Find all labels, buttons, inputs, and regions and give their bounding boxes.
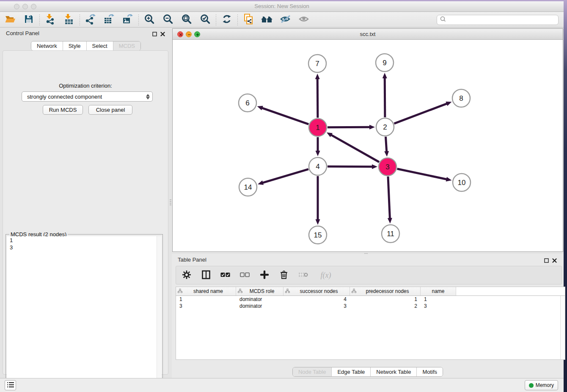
table-row[interactable]: 1dominator411 [176,296,565,303]
optimization-criterion-dropdown[interactable]: strongly connected component [22,91,153,102]
graph-edge-3-10[interactable] [397,169,447,179]
select-all-button[interactable] [219,269,232,282]
show-details-button[interactable] [297,14,311,26]
import-network-icon [45,14,56,26]
table-cell[interactable]: dominator [236,296,284,303]
table-cell[interactable]: 4 [284,296,350,303]
mcds-result-text[interactable]: 1 3 [7,236,157,392]
hide-details-icon [280,14,292,26]
tab-select[interactable]: Select [86,41,113,50]
add-row-button[interactable] [258,269,271,282]
zoom-out-button[interactable] [161,14,175,26]
graph-edge-arrowhead [316,151,320,156]
zoom-fit-icon [181,14,192,26]
table-cell[interactable]: 3 [421,303,456,309]
delete-row-button[interactable] [278,269,290,282]
toolbar-separator [138,14,139,25]
tab-network[interactable]: Network [31,41,63,50]
import-network-button[interactable] [44,14,57,26]
select-all-icon [220,271,231,279]
column-header-shared-name[interactable]: shared name [176,287,236,295]
run-mcds-button[interactable]: Run MCDS [43,105,83,115]
graph-edge-1-6[interactable] [261,108,308,124]
table-cell[interactable]: 3 [176,303,236,309]
network-window-title: scc.txt [173,31,563,37]
mcds-result-scrollbar[interactable] [157,236,162,392]
column-header-predecessor-nodes[interactable]: predecessor nodes [350,287,421,295]
graph-edge-1-2[interactable] [328,127,370,127]
tab-motifs[interactable]: Motifs [416,367,443,376]
node-table-body: 1dominator4113dominator323 [176,296,565,309]
hide-details-button[interactable] [279,14,292,26]
columns-button[interactable] [200,269,212,282]
close-panel-button[interactable]: Close panel [88,105,132,115]
graph-edge-2-3[interactable] [385,137,386,152]
graph-edge-2-9[interactable] [385,77,385,117]
export-table-icon [104,14,115,26]
refresh-icon [221,14,232,26]
column-header-successor-nodes[interactable]: successor nodes [284,287,350,295]
table-scrollbar[interactable] [560,296,565,359]
graph-edge-2-8[interactable] [394,103,448,124]
gear-icon [182,270,191,281]
close-panel-icon[interactable] [160,30,165,38]
search-input[interactable] [446,16,558,24]
graph-node-label: 4 [316,163,319,171]
refresh-button[interactable] [220,14,234,26]
first-neighbors-icon [261,14,273,26]
float-panel-icon[interactable] [544,257,549,265]
table-row[interactable]: 3dominator323 [176,303,565,309]
right-area: scc.txt 7968124314101511 Table Panel [172,28,564,378]
export-table-button[interactable] [102,14,116,26]
save-session-button[interactable] [22,14,36,26]
delete-column-button[interactable] [297,269,310,282]
panel-splitter-handle[interactable] [170,199,171,205]
table-cell[interactable]: 3 [284,303,350,309]
add-row-icon [260,271,269,280]
control-panel-tabs: NetworkStyleSelectMCDS [31,41,141,51]
table-panel: Table Panel [172,254,564,378]
zoom-selected-button[interactable] [198,14,212,26]
export-network-button[interactable] [84,14,97,26]
float-panel-icon[interactable] [152,30,157,38]
zoom-in-icon [144,14,155,26]
export-image-button[interactable] [121,14,135,26]
memory-button[interactable]: Memory [525,380,558,390]
window-title: Session: New Session [0,3,564,9]
zoom-in-button[interactable] [143,14,156,26]
graph-edge-4-14[interactable] [262,169,308,183]
network-canvas[interactable]: 7968124314101511 [173,40,563,251]
open-session-button[interactable] [3,14,17,26]
close-panel-icon[interactable] [552,257,557,265]
tab-network-table[interactable]: Network Table [370,367,416,376]
graph-edge-3-11[interactable] [388,177,390,219]
task-history-button[interactable] [5,380,16,390]
save-session-icon [24,14,34,25]
tab-node-table[interactable]: Node Table [293,367,332,376]
tab-mcds[interactable]: MCDS [113,41,140,50]
tab-style[interactable]: Style [63,41,86,50]
graph-edge-1-7[interactable] [317,78,318,118]
table-cell[interactable]: 1 [421,296,456,303]
zoom-fit-button[interactable] [180,14,193,26]
clone-network-button[interactable] [242,14,255,26]
column-header-name[interactable]: name [421,287,456,295]
graph-node-label: 6 [245,99,249,107]
function-builder-button[interactable]: f(x) [317,269,335,282]
memory-status-icon [529,383,534,388]
table-toolbar: f(x) [176,266,562,284]
table-cell[interactable]: 1 [350,296,421,303]
gear-button[interactable] [180,269,193,282]
import-table-button[interactable] [62,14,76,26]
table-cell[interactable]: dominator [236,303,284,309]
table-cell[interactable]: 1 [176,296,236,303]
tab-edge-table[interactable]: Edge Table [331,367,370,376]
graph-edge-4-3[interactable] [328,166,373,167]
graph-edge-3-1[interactable] [330,135,379,162]
show-details-icon [298,14,310,26]
table-panel-title: Table Panel [178,257,206,263]
table-cell[interactable]: 2 [350,303,421,309]
column-header-MCDS-role[interactable]: MCDS role [236,287,284,295]
first-neighbors-button[interactable] [260,14,274,26]
deselect-all-button[interactable] [239,269,251,282]
